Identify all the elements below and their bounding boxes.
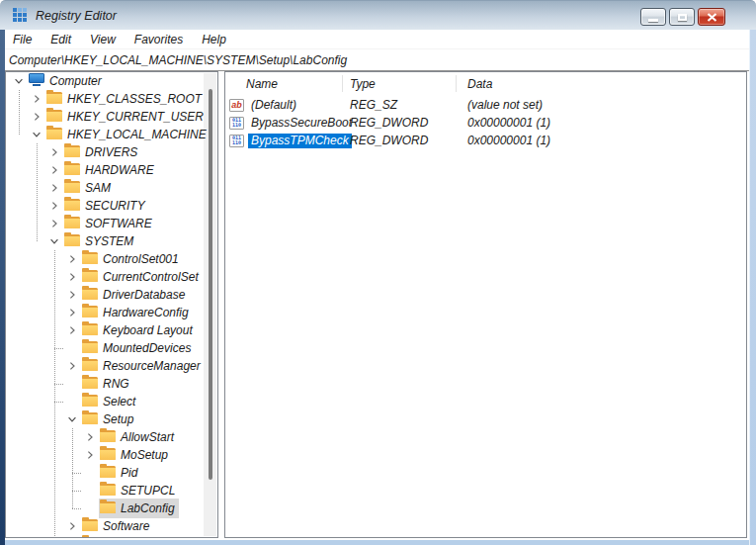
chevron-down-icon[interactable]	[45, 232, 63, 250]
chevron-right-icon[interactable]	[63, 304, 81, 321]
folder-icon	[82, 304, 98, 321]
tree-item-label: DriverDatabase	[103, 288, 185, 302]
chevron-right-icon[interactable]	[28, 90, 45, 108]
values-pane[interactable]: NameTypeData ab(Default)REG_SZ(value not…	[224, 71, 747, 538]
chevron-down-icon[interactable]	[28, 126, 45, 143]
column-header-name[interactable]: Name	[246, 72, 278, 96]
tree-item-sam[interactable]: SAM	[6, 179, 217, 197]
dword-icon-digits: 110	[232, 140, 241, 145]
tree-item-mounteddevices[interactable]: MountedDevices	[6, 339, 217, 357]
tree-item-security[interactable]: SECURITY	[6, 197, 217, 215]
tree-item-keyboard-layout[interactable]: Keyboard Layout	[6, 321, 217, 339]
chevron-down-icon[interactable]	[10, 72, 28, 90]
chevron-right-icon[interactable]	[45, 161, 63, 179]
menu-favorites[interactable]: Favorites	[132, 33, 185, 46]
chevron-right-icon[interactable]	[45, 215, 63, 232]
tree-item-computer[interactable]: Computer	[6, 72, 217, 90]
column-header-type[interactable]: Type	[350, 72, 376, 96]
chevron-right-icon[interactable]	[28, 108, 45, 126]
title-bar[interactable]: Registry Editor	[0, 0, 756, 30]
folder-icon	[82, 250, 98, 268]
value-name-cell[interactable]: ab(Default)	[229, 96, 299, 114]
value-name-cell[interactable]: 011110BypassSecureBoot	[229, 114, 355, 132]
column-separator[interactable]	[342, 75, 343, 92]
chevron-right-icon[interactable]	[63, 250, 81, 268]
tree-item-hkey-classes-root[interactable]: HKEY_CLASSES_ROOT	[6, 90, 217, 108]
tree-item-label: SOFTWARE	[85, 217, 152, 230]
maximize-icon	[678, 14, 687, 21]
tree-item-system[interactable]: SYSTEM	[6, 232, 217, 250]
tree-item-drivers[interactable]: DRIVERS	[6, 143, 217, 161]
tree-item-label: Pid	[121, 466, 137, 480]
chevron-right-icon[interactable]	[45, 179, 63, 197]
chevron-right-icon[interactable]	[63, 517, 81, 535]
tree-item-hardwareconfig[interactable]: HardwareConfig	[6, 304, 217, 321]
chevron-right-icon[interactable]	[45, 197, 63, 215]
column-separator[interactable]	[456, 75, 457, 92]
tree-item-controlset001[interactable]: ControlSet001	[6, 250, 217, 268]
tree-item-allowstart[interactable]: AllowStart	[6, 428, 217, 446]
tree-item-label: DRIVERS	[85, 145, 137, 159]
folder-icon	[100, 482, 116, 500]
value-row-bypasssecureboot[interactable]: 011110BypassSecureBootREG_DWORD0x0000000…	[225, 114, 746, 132]
tree-item-select[interactable]: Select	[6, 393, 217, 410]
menu-edit[interactable]: Edit	[48, 33, 73, 46]
tree-connector	[63, 393, 81, 410]
menu-view[interactable]: View	[88, 33, 118, 46]
tree-item-mosetup[interactable]: MoSetup	[6, 446, 217, 464]
tree-item-label: Computer	[49, 74, 102, 88]
menu-file[interactable]: File	[11, 33, 34, 46]
chevron-down-icon[interactable]	[63, 410, 81, 428]
tree-item-label: SYSTEM	[85, 234, 133, 248]
tree-item-resourcemanager[interactable]: ResourceManager	[6, 357, 217, 375]
tree-item-hkey-current-user[interactable]: HKEY_CURRENT_USER	[6, 108, 217, 126]
tree-item-label: MoSetup	[121, 448, 168, 462]
tree-connector	[63, 375, 81, 393]
tree-item-label: ResourceManager	[103, 359, 201, 373]
close-button[interactable]	[698, 8, 725, 26]
tree-item-hardware[interactable]: HARDWARE	[6, 161, 217, 179]
tree-item-wpa[interactable]: WPA	[6, 535, 217, 538]
tree-pane[interactable]: ComputerHKEY_CLASSES_ROOTHKEY_CURRENT_US…	[5, 71, 218, 538]
folder-icon	[64, 197, 80, 215]
chevron-right-icon[interactable]	[63, 357, 81, 375]
list-header: NameTypeData	[225, 72, 746, 96]
tree-item-software[interactable]: Software	[6, 517, 217, 535]
column-header-data[interactable]: Data	[467, 72, 492, 96]
tree-item-currentcontrolset[interactable]: CurrentControlSet	[6, 268, 217, 286]
tree-item-label: Software	[103, 519, 149, 533]
chevron-right-icon[interactable]	[81, 428, 99, 446]
tree-item-label: HKEY_CURRENT_USER	[67, 110, 204, 124]
tree-item-label: ControlSet001	[103, 252, 179, 266]
chevron-right-icon[interactable]	[63, 535, 81, 538]
tree-item-labconfig[interactable]: LabConfig	[6, 500, 217, 517]
menu-help[interactable]: Help	[200, 33, 228, 46]
tree-item-driverdatabase[interactable]: DriverDatabase	[6, 286, 217, 304]
folder-icon	[100, 446, 116, 464]
maximize-button[interactable]	[669, 8, 695, 26]
tree-item-pid[interactable]: Pid	[6, 464, 217, 482]
tree-connector	[81, 464, 99, 482]
tree-item-label: SECURITY	[85, 199, 145, 213]
tree-item-rng[interactable]: RNG	[6, 375, 217, 393]
computer-icon	[29, 72, 44, 90]
tree-connector	[81, 482, 99, 500]
chevron-right-icon[interactable]	[81, 446, 99, 464]
reg-sz-icon: ab	[229, 99, 244, 112]
tree-item-setup[interactable]: Setup	[6, 410, 217, 428]
tree-item-setupcl[interactable]: SETUPCL	[6, 482, 217, 500]
folder-icon	[82, 535, 98, 538]
minimize-button[interactable]	[640, 8, 666, 26]
chevron-right-icon[interactable]	[63, 268, 81, 286]
tree-item-label: CurrentControlSet	[103, 270, 199, 284]
value-row-default[interactable]: ab(Default)REG_SZ(value not set)	[225, 96, 746, 114]
chevron-right-icon[interactable]	[63, 286, 81, 304]
chevron-right-icon[interactable]	[45, 143, 63, 161]
value-row-bypasstpmcheck[interactable]: 011110BypassTPMCheckREG_DWORD0x00000001 …	[225, 132, 746, 149]
value-name-cell[interactable]: 011110BypassTPMCheck	[229, 132, 352, 149]
address-bar[interactable]: Computer\HKEY_LOCAL_MACHINE\SYSTEM\Setup…	[5, 49, 749, 71]
chevron-right-icon[interactable]	[63, 321, 81, 339]
menu-bar: FileEditViewFavoritesHelp	[5, 30, 749, 49]
tree-item-hkey-local-machine[interactable]: HKEY_LOCAL_MACHINE	[6, 126, 217, 143]
tree-item-software[interactable]: SOFTWARE	[6, 215, 217, 232]
